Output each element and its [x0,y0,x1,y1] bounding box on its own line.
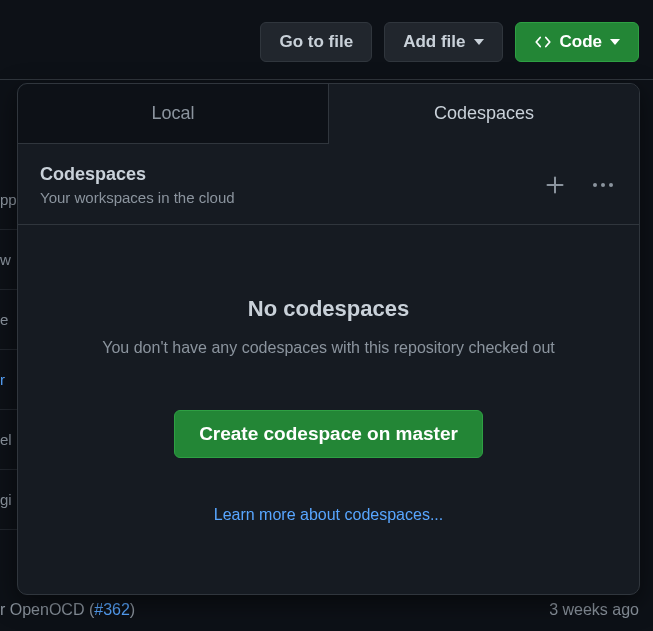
code-icon [534,33,552,51]
popover-header: Codespaces Your workspaces in the cloud [18,144,639,225]
code-label: Code [560,32,603,52]
kebab-icon [593,183,613,187]
caret-down-icon [474,39,484,45]
create-codespace-label: Create codespace on master [199,423,458,444]
caret-down-icon [610,39,620,45]
code-popover: Local Codespaces Codespaces Your workspa… [17,83,640,595]
add-codespace-button[interactable] [541,171,569,199]
learn-more-label: Learn more about codespaces... [214,506,443,523]
commit-time: 3 weeks ago [549,601,639,619]
code-button[interactable]: Code [515,22,640,62]
popover-subtitle: Your workspaces in the cloud [40,189,541,206]
tab-codespaces-label: Codespaces [434,103,534,124]
create-codespace-button[interactable]: Create codespace on master [174,410,483,458]
commit-row: r OpenOCD (#362) [0,601,135,619]
popover-title: Codespaces [40,164,541,185]
add-file-label: Add file [403,32,465,52]
issue-link[interactable]: #362 [94,601,130,618]
tab-local[interactable]: Local [18,84,329,144]
go-to-file-button[interactable]: Go to file [260,22,372,62]
empty-state-title: No codespaces [248,296,409,322]
popover-tabs: Local Codespaces [18,84,639,144]
popover-body: No codespaces You don't have any codespa… [18,225,639,594]
tab-codespaces[interactable]: Codespaces [329,84,639,144]
learn-more-link[interactable]: Learn more about codespaces... [214,506,443,524]
add-file-button[interactable]: Add file [384,22,502,62]
go-to-file-label: Go to file [279,32,353,52]
repo-action-bar: Go to file Add file Code [260,22,639,62]
tab-local-label: Local [151,103,194,124]
empty-state-subtitle: You don't have any codespaces with this … [102,336,555,360]
codespace-options-button[interactable] [589,171,617,199]
